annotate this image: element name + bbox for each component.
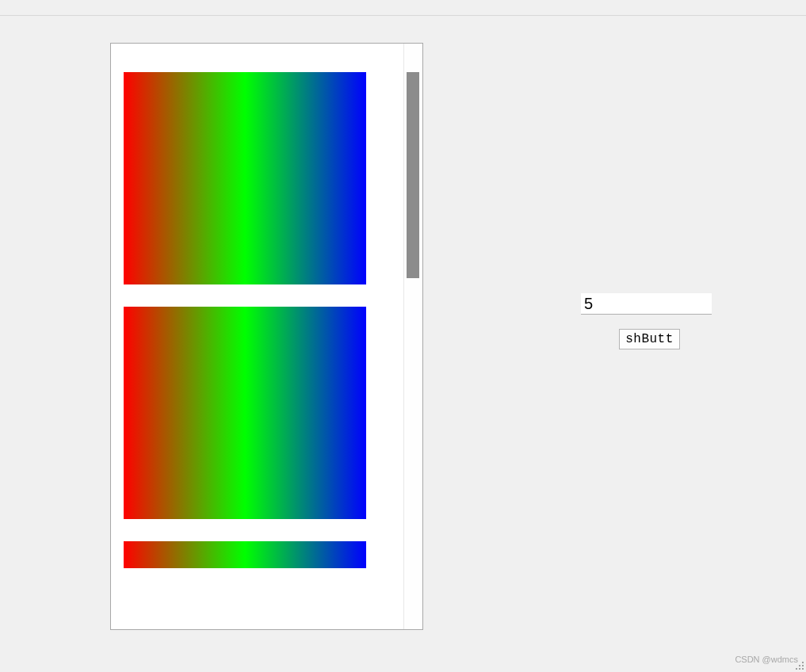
resize-grip-icon[interactable] <box>793 659 804 670</box>
title-bar <box>0 0 806 16</box>
list-item <box>124 72 366 284</box>
scrollbar-thumb[interactable] <box>407 72 419 278</box>
list-viewport[interactable] <box>111 44 403 629</box>
watermark: CSDN @wdmcs <box>735 655 798 664</box>
sh-button[interactable]: shButt <box>619 329 680 349</box>
gradient-list-panel <box>110 43 423 630</box>
scrollbar-track[interactable] <box>403 44 422 629</box>
list-item <box>124 541 366 568</box>
count-input[interactable] <box>581 293 712 315</box>
list-item <box>124 307 366 519</box>
button-label: shButt <box>625 332 674 346</box>
